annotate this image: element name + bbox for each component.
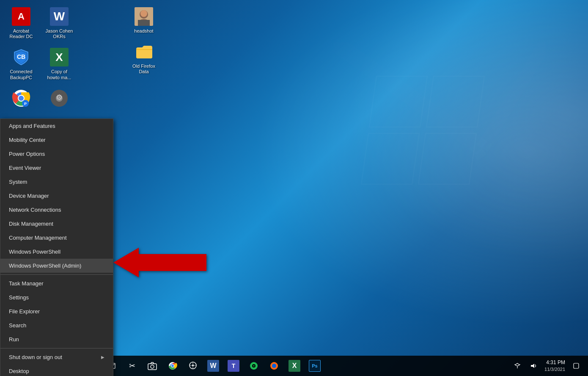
menu-item-power-options[interactable]: Power Options <box>0 147 113 161</box>
menu-item-windows-powershell[interactable]: Windows PowerShell <box>0 245 113 259</box>
taskbar-photoshop-button[interactable]: Ps <box>305 356 325 376</box>
svg-marker-54 <box>531 364 534 368</box>
connected-backup-label: Connected BackupPC <box>6 69 36 80</box>
taskbar-firefox-button[interactable] <box>264 356 284 376</box>
headshot-icon-img <box>135 7 153 26</box>
svg-line-5 <box>482 42 546 148</box>
taskbar-snip-icon: ✂ <box>129 361 135 370</box>
system-clock[interactable]: 4:31 PM 11/3/2021 <box>542 359 568 372</box>
headshot-label: headshot <box>134 28 153 34</box>
folder-icon-img <box>135 42 153 61</box>
excel-icon-img: X <box>50 48 69 66</box>
notification-icon <box>573 363 579 369</box>
menu-item-mobility-center[interactable]: Mobility Center <box>0 133 113 147</box>
taskbar-word-icon: W <box>207 360 219 372</box>
svg-text:⚙: ⚙ <box>56 93 63 102</box>
system-tray: 4:31 PM 11/3/2021 <box>510 358 588 373</box>
clock-time: 4:31 PM <box>544 359 565 366</box>
svg-text:CB: CB <box>17 53 25 60</box>
menu-item-file-explorer[interactable]: File Explorer <box>0 304 113 318</box>
svg-line-6 <box>482 148 546 254</box>
taskbar-excel-icon: X <box>289 360 300 372</box>
network-icon <box>514 362 521 369</box>
menu-item-windows-powershell-admin[interactable]: Windows PowerShell (Admin) <box>0 259 113 273</box>
word-icon-img: W <box>50 7 69 26</box>
menu-item-network-connections[interactable]: Network Connections <box>0 203 113 217</box>
desktop-icon-old-firefox[interactable]: Old Firefox Data <box>127 39 161 77</box>
svg-text:P: P <box>24 102 27 106</box>
menu-item-apps-features[interactable]: Apps and Features <box>0 119 113 133</box>
separator-2 <box>0 348 113 348</box>
taskbar-maps-button[interactable] <box>183 356 203 376</box>
context-menu: Apps and Features Mobility Center Power … <box>0 119 113 376</box>
menu-item-run[interactable]: Run <box>0 332 113 346</box>
svg-point-21 <box>140 10 147 17</box>
clock-date: 11/3/2021 <box>544 366 565 372</box>
svg-line-4 <box>334 42 482 148</box>
svg-rect-55 <box>574 363 579 368</box>
desktop-icon-connected-backup[interactable]: CB Connected BackupPC <box>4 45 38 82</box>
svg-rect-0 <box>369 76 427 127</box>
volume-icon <box>530 362 537 369</box>
desktop-icon-headshot[interactable]: headshot <box>127 4 161 36</box>
svg-point-44 <box>171 365 174 367</box>
svg-point-49 <box>253 365 255 367</box>
desktop: A Acrobat Reader DC CB Connected BackupP… <box>0 0 588 376</box>
taskbar-word-button[interactable]: W <box>203 356 223 376</box>
taskbar-maps-icon <box>188 361 198 370</box>
tray-network-icon[interactable] <box>510 358 525 373</box>
chrome-icon-img: P <box>12 89 30 108</box>
taskbar-snip-button[interactable]: ✂ <box>122 356 142 376</box>
taskbar-music-button[interactable] <box>244 356 264 376</box>
taskbar-music-icon <box>249 361 258 370</box>
desktop-icon-settings2[interactable]: ⚙ <box>42 86 76 112</box>
svg-point-40 <box>151 365 154 368</box>
svg-point-46 <box>192 365 194 366</box>
acrobat-label: Acrobat Reader DC <box>6 28 36 39</box>
taskbar-camera-button[interactable] <box>142 356 162 376</box>
tray-notification-icon[interactable] <box>569 358 584 373</box>
shield-icon: CB <box>12 48 30 66</box>
menu-item-computer-management[interactable]: Computer Management <box>0 231 113 245</box>
svg-rect-2 <box>361 133 419 184</box>
old-firefox-label: Old Firefox Data <box>129 64 159 75</box>
menu-item-system[interactable]: System <box>0 175 113 189</box>
jason-cohen-label: Jason Cohen OKRs <box>44 28 74 39</box>
menu-item-desktop[interactable]: Desktop <box>0 364 113 376</box>
taskbar-photoshop-icon: Ps <box>309 360 321 372</box>
taskbar-chrome-icon <box>168 361 177 370</box>
menu-item-search[interactable]: Search <box>0 318 113 332</box>
menu-item-device-manager[interactable]: Device Manager <box>0 189 113 203</box>
desktop-icon-howto[interactable]: X Copy of howto ma... <box>42 45 76 82</box>
windows-logo-bg <box>334 42 546 254</box>
taskbar-camera-icon <box>148 361 157 370</box>
taskbar-excel-button[interactable]: X <box>284 356 305 376</box>
desktop-icon-chrome[interactable]: P <box>4 86 38 112</box>
svg-marker-24 <box>113 248 206 277</box>
tray-volume-icon[interactable] <box>526 358 541 373</box>
taskbar-teams-button[interactable]: T <box>223 356 244 376</box>
separator-1 <box>0 274 113 275</box>
taskbar-chrome-button[interactable] <box>162 356 183 376</box>
svg-rect-1 <box>426 76 484 127</box>
desktop-icon-acrobat[interactable]: A Acrobat Reader DC <box>4 4 38 41</box>
svg-rect-39 <box>148 364 157 370</box>
annotation-arrow <box>113 246 206 281</box>
taskbar-firefox-icon <box>269 361 279 370</box>
desktop-icon-jason-cohen[interactable]: W Jason Cohen OKRs <box>42 4 76 41</box>
acrobat-icon-img: A <box>12 7 30 26</box>
svg-point-52 <box>273 365 275 367</box>
menu-item-event-viewer[interactable]: Event Viewer <box>0 161 113 175</box>
svg-rect-3 <box>418 133 476 184</box>
svg-point-12 <box>19 96 24 101</box>
shut-down-arrow: ▶ <box>101 355 104 359</box>
menu-item-task-manager[interactable]: Task Manager <box>0 276 113 290</box>
taskbar-teams-icon: T <box>228 360 239 372</box>
howto-label: Copy of howto ma... <box>44 69 74 80</box>
svg-rect-22 <box>138 20 150 26</box>
settings2-icon-img: ⚙ <box>50 89 69 108</box>
menu-item-settings[interactable]: Settings <box>0 290 113 304</box>
menu-item-disk-management[interactable]: Disk Management <box>0 217 113 231</box>
svg-line-7 <box>334 148 482 254</box>
menu-item-shut-down[interactable]: Shut down or sign out ▶ <box>0 350 113 364</box>
